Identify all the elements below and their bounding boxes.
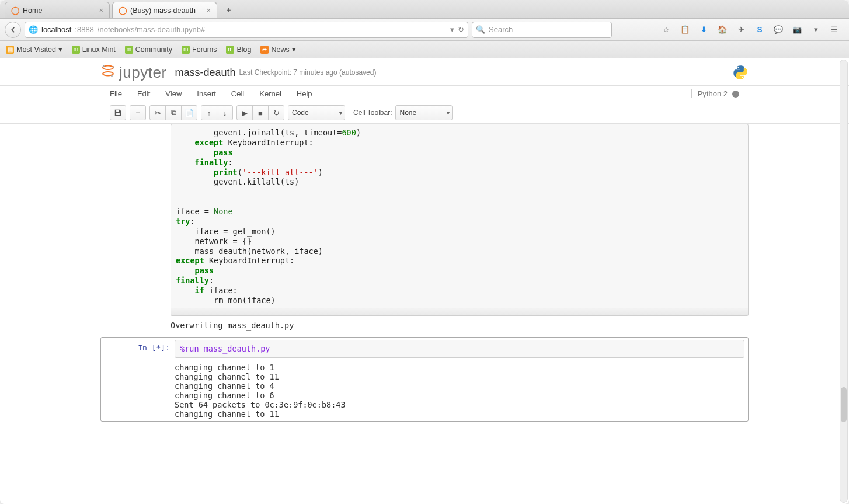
back-button[interactable] xyxy=(5,22,21,38)
scissors-icon: ✂ xyxy=(155,109,161,117)
bookmark-linux-mint[interactable]: mLinux Mint xyxy=(72,46,116,54)
play-icon: ▶ xyxy=(242,109,248,117)
menu-edit[interactable]: Edit xyxy=(137,89,150,98)
stop-icon: ■ xyxy=(258,109,263,117)
code-cell-selected[interactable]: In [*]: %run mass_deauth.py changing cha… xyxy=(100,337,749,422)
cut-button[interactable]: ✂ xyxy=(149,105,166,120)
vertical-scrollbar[interactable] xyxy=(840,60,848,503)
dropdown-icon[interactable]: ▾ xyxy=(450,25,454,34)
clipboard-icon[interactable]: 📋 xyxy=(680,25,690,34)
code-cell[interactable]: gevent.joinall(ts, timeout=600) except K… xyxy=(100,124,749,330)
bookmark-blog[interactable]: mBlog xyxy=(226,46,251,54)
home-icon[interactable]: 🏠 xyxy=(717,25,728,34)
interrupt-button[interactable]: ■ xyxy=(252,105,269,120)
menu-help[interactable]: Help xyxy=(297,89,312,98)
toolbar-icons: ☆ 📋 ⬇ 🏠 ✈ S 💬 📷 ▾ ☰ xyxy=(661,25,844,34)
arrow-left-icon xyxy=(9,26,17,34)
kernel-busy-icon xyxy=(732,91,739,98)
bookmark-news[interactable]: ➦News ▾ xyxy=(260,45,295,54)
save-button[interactable] xyxy=(110,105,126,120)
folder-icon: ▦ xyxy=(6,46,14,54)
search-box[interactable]: 🔍 Search xyxy=(472,22,612,38)
arrow-down-icon: ↓ xyxy=(223,109,227,117)
svg-point-2 xyxy=(103,65,105,67)
send-icon[interactable]: ✈ xyxy=(736,25,746,34)
jupyter-logo[interactable]: jupyter xyxy=(100,63,167,82)
cell-toolbar-select[interactable]: None xyxy=(395,105,453,120)
refresh-icon: ↻ xyxy=(273,109,280,117)
code-input-area[interactable]: gevent.joinall(ts, timeout=600) except K… xyxy=(171,124,749,310)
input-prompt xyxy=(100,124,171,330)
jupyter-wordmark: jupyter xyxy=(119,64,167,82)
jupyter-icon: ◯ xyxy=(119,6,127,15)
tab-label: (Busy) mass-deauth xyxy=(130,6,196,15)
rss-icon: ➦ xyxy=(260,46,269,54)
chevron-down-icon: ▾ xyxy=(292,45,296,54)
svg-point-1 xyxy=(103,72,113,76)
tab-label: Home xyxy=(23,6,42,15)
plus-icon: ＋ xyxy=(134,107,142,118)
bookmarks-bar: ▦Most Visited ▾ mLinux Mint mCommunity m… xyxy=(0,41,849,58)
copy-icon: ⧉ xyxy=(171,108,176,117)
bookmark-community[interactable]: mCommunity xyxy=(125,46,172,54)
copy-button[interactable]: ⧉ xyxy=(165,105,182,120)
url-port: :8888 xyxy=(75,25,94,34)
run-button[interactable]: ▶ xyxy=(236,105,253,120)
add-cell-button[interactable]: ＋ xyxy=(130,105,146,120)
mint-icon: m xyxy=(125,46,133,54)
save-icon xyxy=(114,109,122,117)
svg-point-4 xyxy=(111,75,113,77)
cell-output: changing channel to 1 changing channel t… xyxy=(175,358,744,419)
jupyter-icon: ◯ xyxy=(11,6,19,15)
kernel-name: Python 2 xyxy=(698,89,728,98)
hamburger-icon[interactable]: ☰ xyxy=(829,25,840,34)
move-down-button[interactable]: ↓ xyxy=(217,105,233,120)
close-icon[interactable]: × xyxy=(206,6,211,15)
bookmark-forums[interactable]: mForums xyxy=(182,46,217,54)
close-icon[interactable]: × xyxy=(99,6,103,15)
screenshot-icon[interactable]: 📷 xyxy=(792,25,802,34)
mint-icon: m xyxy=(72,46,80,54)
tab-notebook[interactable]: ◯ (Busy) mass-deauth × xyxy=(112,2,217,18)
scrollbar-thumb[interactable] xyxy=(841,387,847,422)
input-prompt: In [*]: xyxy=(105,340,175,419)
new-tab-button[interactable]: ＋ xyxy=(221,4,236,16)
dropdown-icon[interactable]: ▾ xyxy=(810,25,821,34)
svg-point-0 xyxy=(103,66,113,70)
menu-insert[interactable]: Insert xyxy=(197,89,216,98)
notebook-area[interactable]: gevent.joinall(ts, timeout=600) except K… xyxy=(0,124,849,498)
jupyter-icon xyxy=(100,63,116,82)
kernel-indicator[interactable]: Python 2 xyxy=(691,89,739,98)
stylish-icon[interactable]: S xyxy=(754,25,765,34)
url-bar[interactable]: 🌐 localhost:8888/notebooks/mass-deauth.i… xyxy=(25,22,468,38)
reload-icon[interactable]: ↻ xyxy=(458,25,464,34)
menu-cell[interactable]: Cell xyxy=(231,89,244,98)
arrow-up-icon: ↑ xyxy=(207,109,211,117)
move-up-button[interactable]: ↑ xyxy=(201,105,217,120)
paste-icon: 📄 xyxy=(185,109,194,117)
jupyter-toolbar: ＋ ✂ ⧉ 📄 ↑ ↓ ▶ ■ ↻ Code Cell Toolbar: Non… xyxy=(0,102,849,124)
tab-home[interactable]: ◯ Home × xyxy=(5,2,110,18)
horizontal-scrollbar[interactable] xyxy=(171,308,749,316)
svg-point-6 xyxy=(742,77,743,78)
bookmark-most-visited[interactable]: ▦Most Visited ▾ xyxy=(6,45,62,54)
jupyter-menubar: File Edit View Insert Cell Kernel Help P… xyxy=(0,86,849,102)
chat-icon[interactable]: 💬 xyxy=(773,25,784,34)
page-content: jupyter mass-deauth Last Checkpoint: 7 m… xyxy=(0,58,849,504)
menu-kernel[interactable]: Kernel xyxy=(259,89,281,98)
search-placeholder: Search xyxy=(489,25,513,34)
svg-point-5 xyxy=(737,67,739,68)
globe-icon: 🌐 xyxy=(29,25,38,34)
cell-type-select[interactable]: Code xyxy=(288,105,345,120)
restart-button[interactable]: ↻ xyxy=(268,105,284,120)
notebook-name[interactable]: mass-deauth xyxy=(175,67,236,79)
mint-icon: m xyxy=(182,46,190,54)
menu-file[interactable]: File xyxy=(110,89,122,98)
cell-output: Overwriting mass_deauth.py xyxy=(171,316,749,330)
menu-view[interactable]: View xyxy=(165,89,182,98)
browser-navbar: 🌐 localhost:8888/notebooks/mass-deauth.i… xyxy=(0,19,849,41)
downloads-icon[interactable]: ⬇ xyxy=(698,25,709,34)
paste-button[interactable]: 📄 xyxy=(181,105,197,120)
code-input-area[interactable]: %run mass_deauth.py xyxy=(175,340,744,358)
bookmark-star-icon[interactable]: ☆ xyxy=(661,25,671,34)
